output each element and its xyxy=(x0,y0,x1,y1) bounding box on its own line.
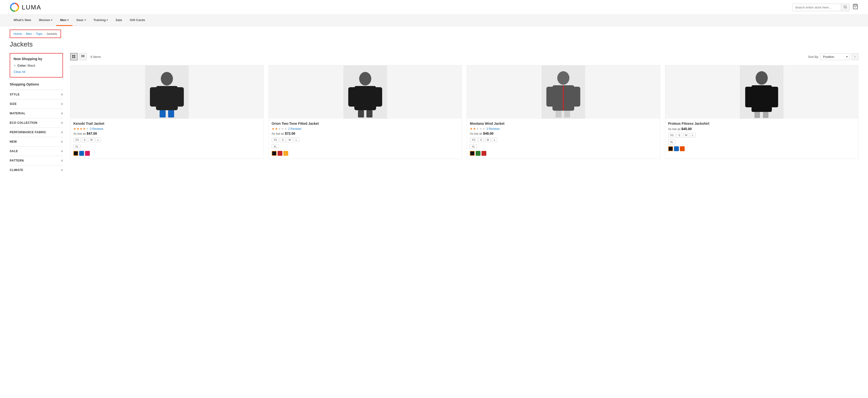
cart-icon[interactable] xyxy=(852,4,858,11)
color-swatch-magenta[interactable] xyxy=(85,151,90,156)
size-s[interactable]: S xyxy=(478,137,484,142)
filter-climate-header[interactable]: CLIMATE ∨ xyxy=(10,165,63,175)
size-xl[interactable]: XL xyxy=(668,140,675,144)
color-swatch-orange[interactable] xyxy=(680,146,685,151)
size-l[interactable]: L xyxy=(95,137,101,142)
svg-line-2 xyxy=(846,7,847,8)
product-name-2[interactable]: Montana Wind Jacket xyxy=(470,122,657,125)
color-swatch-black[interactable] xyxy=(470,151,475,156)
nav-link-women[interactable]: Women ▾ xyxy=(35,15,56,25)
color-swatch-black[interactable] xyxy=(73,151,78,156)
color-swatch-red[interactable] xyxy=(278,151,282,156)
size-xs[interactable]: XS xyxy=(470,137,477,142)
nav-link-training[interactable]: Training ▾ xyxy=(90,15,112,25)
star-4: ★ xyxy=(83,127,86,130)
filter-material-header[interactable]: MATERIAL ∨ xyxy=(10,109,63,118)
svg-rect-25 xyxy=(366,110,372,118)
nav-item-men[interactable]: Men ▾ xyxy=(56,15,72,26)
breadcrumb-tops[interactable]: Tops xyxy=(36,32,42,36)
size-l[interactable]: L xyxy=(690,133,695,137)
product-name-0[interactable]: Kenobi Trail Jacket xyxy=(73,122,260,125)
nav-item-sale[interactable]: Sale xyxy=(112,15,126,26)
list-view-button[interactable] xyxy=(80,53,87,60)
size-l[interactable]: L xyxy=(294,137,299,142)
breadcrumb-men[interactable]: Men xyxy=(26,32,32,36)
size-m[interactable]: M xyxy=(88,137,94,142)
breadcrumb: Home › Men › Tops › Jackets xyxy=(10,30,61,38)
size-xl[interactable]: XL xyxy=(470,144,477,149)
nav-item-training[interactable]: Training ▾ xyxy=(90,15,112,26)
search-bar[interactable] xyxy=(792,4,849,11)
size-s[interactable]: S xyxy=(676,133,682,137)
main-nav: What's New Women ▾ Men ▾ Gear ▾ Training… xyxy=(0,15,868,26)
breadcrumb-home[interactable]: Home xyxy=(13,32,22,36)
nav-link-men[interactable]: Men ▾ xyxy=(56,15,72,26)
color-swatch-black[interactable] xyxy=(272,151,277,156)
clear-all-link[interactable]: Clear All xyxy=(13,70,25,74)
svg-rect-24 xyxy=(358,110,364,118)
star-2: ★ xyxy=(275,127,278,130)
size-xs[interactable]: XS xyxy=(73,137,81,142)
filter-sale-header[interactable]: SALE ∨ xyxy=(10,147,63,156)
color-swatch-blue[interactable] xyxy=(674,146,679,151)
star-4: ★ xyxy=(479,127,482,130)
filter-pattern-header[interactable]: PATTERN ∨ xyxy=(10,156,63,165)
product-name-1[interactable]: Orion Two-Tone Fitted Jacket xyxy=(272,122,459,125)
size-xl[interactable]: XL xyxy=(272,144,279,149)
filter-performance-fabric-header[interactable]: PERFORMANCE FABRIC ∨ xyxy=(10,128,63,137)
chevron-down-icon: ∨ xyxy=(61,112,63,115)
filter-eco-collection-header[interactable]: ECO COLLECTION ∨ xyxy=(10,118,63,127)
remove-filter-icon[interactable]: ✕ xyxy=(13,64,16,67)
grid-view-button[interactable] xyxy=(70,53,78,60)
active-filters-box: Now Shopping by ✕ Color: Black Clear All xyxy=(10,53,63,78)
color-swatch-red[interactable] xyxy=(482,151,486,156)
star-5: ★ xyxy=(483,127,485,130)
reviews-link-2[interactable]: 3 Reviews xyxy=(486,127,500,130)
size-m[interactable]: M xyxy=(485,137,491,142)
size-s[interactable]: S xyxy=(82,137,87,142)
sort-select[interactable]: Position Product Name Price xyxy=(820,54,849,60)
nav-item-gift-cards[interactable]: Gift Cards xyxy=(126,15,149,26)
size-m[interactable]: M xyxy=(683,133,689,137)
size-xs[interactable]: XS xyxy=(272,137,279,142)
search-input[interactable] xyxy=(793,4,841,11)
nav-item-whats-new[interactable]: What's New xyxy=(10,15,35,26)
toolbar-left: 6 Items xyxy=(70,53,101,60)
nav-link-gift-cards[interactable]: Gift Cards xyxy=(126,15,149,25)
reviews-link-0[interactable]: 3 Reviews xyxy=(90,127,103,130)
breadcrumb-sep-3: › xyxy=(44,32,45,36)
color-swatch-blue[interactable] xyxy=(79,151,84,156)
nav-item-women[interactable]: Women ▾ xyxy=(35,15,56,26)
search-button[interactable] xyxy=(841,4,849,11)
chevron-down-icon: ▾ xyxy=(106,19,108,21)
svg-rect-38 xyxy=(771,87,778,107)
svg-rect-18 xyxy=(168,110,174,118)
svg-rect-10 xyxy=(82,56,83,57)
items-count: 6 Items xyxy=(91,55,101,59)
nav-link-gear[interactable]: Gear ▾ xyxy=(72,15,90,25)
product-name-3[interactable]: Proteus Fitness Jackshirt xyxy=(668,122,856,125)
filter-style-header[interactable]: STYLE ∨ xyxy=(10,90,63,99)
cart-svg xyxy=(852,4,858,9)
color-swatch-black[interactable] xyxy=(668,146,673,151)
nav-link-sale[interactable]: Sale xyxy=(112,15,126,25)
size-xs[interactable]: XS xyxy=(668,133,676,137)
filter-size: SIZE ∨ xyxy=(10,99,63,109)
color-swatch-yellow[interactable] xyxy=(283,151,288,156)
color-swatch-green[interactable] xyxy=(476,151,480,156)
svg-rect-11 xyxy=(83,56,84,57)
size-l[interactable]: L xyxy=(492,137,497,142)
sort-direction-button[interactable]: ↑ xyxy=(851,53,858,60)
size-s[interactable]: S xyxy=(280,137,285,142)
reviews-link-1[interactable]: 2 Reviews xyxy=(288,127,302,130)
shopping-options: Shopping Options STYLE ∨ SIZE ∨ MATERIAL… xyxy=(10,82,63,175)
stars-0: ★ ★ ★ ★ ★ xyxy=(73,127,89,130)
size-xl[interactable]: XL xyxy=(73,144,81,149)
filter-new-header[interactable]: NEW ∨ xyxy=(10,137,63,146)
nav-link-whats-new[interactable]: What's New xyxy=(10,15,35,25)
logo-area[interactable]: LUMA xyxy=(10,2,41,12)
product-card-0: Kenobi Trail Jacket ★ ★ ★ ★ ★ 3 Reviews … xyxy=(70,65,264,159)
filter-size-header[interactable]: SIZE ∨ xyxy=(10,99,63,109)
size-m[interactable]: M xyxy=(287,137,293,142)
nav-item-gear[interactable]: Gear ▾ xyxy=(72,15,90,26)
